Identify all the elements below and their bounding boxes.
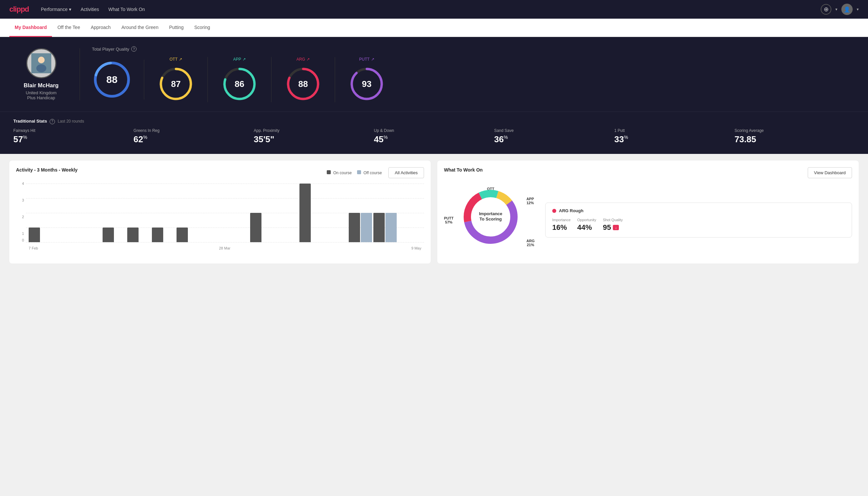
view-dashboard-button[interactable]: View Dashboard (808, 167, 852, 178)
bar-group-5 (152, 228, 175, 242)
grid-line-0 (26, 242, 424, 243)
on-course-legend: On course (327, 170, 352, 175)
bar-group-4 (127, 228, 151, 242)
x-label-mar: 28 Mar (219, 246, 230, 250)
arg-score-value: 88 (298, 79, 308, 89)
y-label-2: 2 (16, 215, 24, 219)
putt-donut-label: PUTT57% (444, 216, 454, 224)
bar-on-13 (349, 213, 360, 242)
bar-off-14 (385, 213, 397, 242)
nav-activities[interactable]: Activities (81, 5, 99, 13)
add-chevron: ▾ (835, 7, 837, 12)
activity-chart-card: Activity - 3 Months - Weekly On course O… (9, 160, 431, 263)
hero-section: Blair McHarg United Kingdom Plus Handica… (0, 37, 868, 112)
putt-label: PUTT ↗ (359, 57, 374, 62)
stat-scoring-avg: Scoring Average 73.85 (735, 128, 855, 144)
putt-ring: 93 (348, 66, 385, 102)
putt-trend-icon: ↗ (371, 57, 374, 62)
main-score-value: 88 (106, 74, 117, 85)
putt-score-card: PUTT ↗ 93 (335, 57, 398, 102)
player-avatar (26, 48, 56, 78)
stats-items: Fairways Hit 57% Greens In Reg 62% App. … (13, 128, 855, 144)
hero-scores: Total Player Quality ? 88 OTT ↗ (80, 46, 855, 102)
donut-chart: ImportanceTo Scoring (461, 187, 521, 247)
ott-label: OTT ↗ (170, 57, 182, 62)
bar-on-5 (152, 228, 163, 242)
bar-group-0 (29, 228, 52, 242)
stat-fairways: Fairways Hit 57% (13, 128, 133, 144)
arg-trend-icon: ↗ (306, 57, 310, 62)
player-handicap: Plus Handicap (27, 95, 55, 100)
y-label-1: 1 (16, 232, 24, 235)
stat-sandsave: Sand Save 36% (494, 128, 614, 144)
chart-card-header: Activity - 3 Months - Weekly On course O… (16, 167, 424, 178)
app-donut-label: APP12% (526, 197, 534, 205)
arg-score-card: ARG ↗ 88 (271, 57, 335, 102)
bar-group-14 (373, 213, 397, 242)
ott-score-value: 87 (171, 79, 181, 89)
add-button[interactable]: ⊕ (821, 4, 831, 15)
bars-row (26, 184, 424, 242)
svg-point-1 (38, 57, 45, 63)
chevron-down-icon: ▾ (69, 7, 71, 12)
info-metrics: Importance 16% Opportunity 44% Shot Qual… (552, 218, 845, 232)
y-label-3: 3 (16, 198, 24, 202)
app-trend-icon: ↗ (242, 57, 246, 62)
app-label: APP ↗ (233, 57, 246, 62)
arg-donut-label: ARG21% (526, 239, 535, 247)
bar-on-9 (250, 213, 262, 242)
tab-scoring[interactable]: Scoring (189, 19, 215, 37)
nav-right: ⊕ ▾ 👤 ▾ (821, 4, 859, 15)
importance-metric: Importance 16% (552, 218, 571, 232)
logo[interactable]: clippd (9, 5, 29, 14)
stats-help-icon[interactable]: ? (50, 119, 55, 124)
x-label-may: 9 May (411, 246, 421, 250)
topnav: clippd Performance ▾ Activities What To … (0, 0, 868, 19)
app-score-value: 86 (235, 79, 244, 89)
wtwo-title: What To Work On (444, 167, 483, 173)
x-labels: 7 Feb 28 Mar 9 May (26, 246, 424, 250)
nav-performance[interactable]: Performance ▾ (41, 5, 71, 13)
shot-quality-metric: Shot Quality 95 ↓ (603, 218, 623, 232)
main-score-card: 88 (92, 60, 144, 99)
on-course-legend-dot (327, 170, 331, 174)
bar-chart: 4 3 2 1 0 (16, 184, 424, 250)
nav-links: Performance ▾ Activities What To Work On (41, 5, 821, 13)
stat-gir: Greens In Reg 62% (133, 128, 254, 144)
tab-off-the-tee[interactable]: Off the Tee (52, 19, 85, 37)
bar-on-4 (127, 228, 139, 242)
donut-wrapper: OTT10% APP12% ARG21% PUTT57% (444, 184, 537, 257)
stat-1putt: 1 Putt 33% (614, 128, 735, 144)
chart-legend: On course Off course (327, 170, 382, 175)
arg-label: ARG ↗ (297, 57, 310, 62)
stats-label: Traditional Stats (13, 119, 47, 124)
chart-title: Activity - 3 Months - Weekly (16, 167, 78, 173)
hero-player-info: Blair McHarg United Kingdom Plus Handica… (13, 48, 80, 100)
tpq-label: Total Player Quality ? (92, 46, 855, 52)
bar-group-11 (299, 184, 323, 242)
info-card-dot (552, 209, 556, 213)
bar-on-0 (29, 228, 40, 242)
tab-my-dashboard[interactable]: My Dashboard (9, 19, 52, 37)
tab-around-the-green[interactable]: Around the Green (116, 19, 163, 37)
ott-trend-icon: ↗ (179, 57, 182, 62)
donut-section: OTT10% APP12% ARG21% PUTT57% (444, 184, 852, 257)
wtwo-header: What To Work On View Dashboard (444, 167, 852, 178)
y-label-0: 0 (16, 238, 24, 242)
all-activities-button[interactable]: All Activities (388, 167, 424, 178)
arg-rough-info-card: ARG Rough Importance 16% Opportunity 44%… (545, 203, 852, 237)
player-country: United Kingdom (26, 90, 57, 95)
stats-bar: Traditional Stats ? Last 20 rounds Fairw… (0, 112, 868, 154)
tab-approach[interactable]: Approach (85, 19, 116, 37)
bar-group-3 (102, 228, 126, 242)
off-course-legend-dot (357, 170, 361, 174)
user-avatar[interactable]: 👤 (841, 4, 853, 15)
help-icon[interactable]: ? (131, 46, 137, 52)
nav-what-to-work-on[interactable]: What To Work On (108, 5, 145, 13)
donut-center-text: ImportanceTo Scoring (479, 211, 502, 222)
opportunity-metric: Opportunity 44% (577, 218, 596, 232)
tab-putting[interactable]: Putting (164, 19, 189, 37)
bar-off-13 (361, 213, 372, 242)
y-label-4: 4 (16, 182, 24, 186)
bar-group-9 (250, 213, 273, 242)
